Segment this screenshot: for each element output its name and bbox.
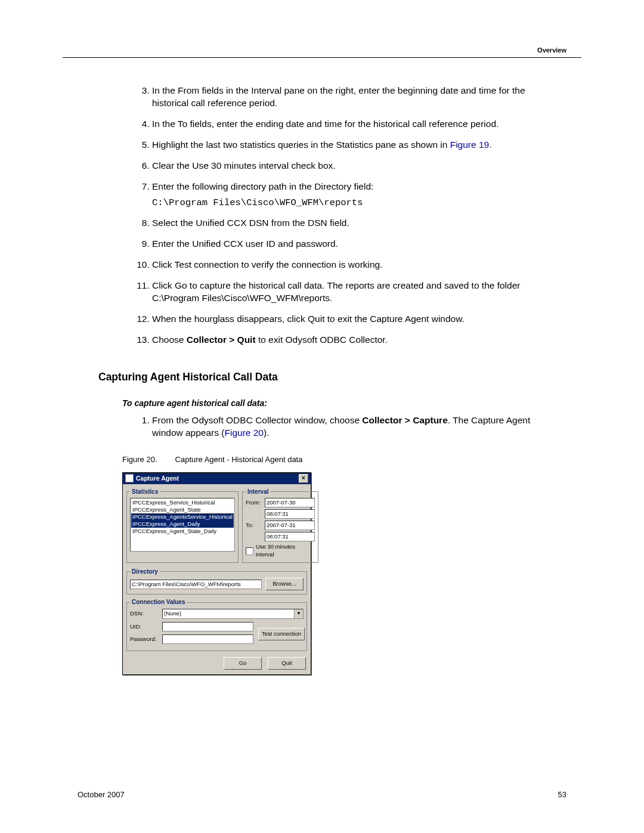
- close-icon[interactable]: ×: [299, 474, 308, 483]
- chevron-down-icon[interactable]: [294, 609, 303, 618]
- connection-values-group: Connection Values DSN: (None) UID:: [126, 598, 307, 651]
- steps-list-a: In the From fields in the Interval pane …: [122, 85, 561, 346]
- figure-caption: Figure 20.Capture Agent - Historical Age…: [122, 454, 561, 465]
- step-8: Select the Unified CCX DSN from the DSN …: [152, 217, 561, 230]
- footer-page-number: 53: [558, 789, 566, 800]
- list-item[interactable]: IPCCExpress_Agent_State: [131, 506, 234, 513]
- dsn-label: DSN:: [130, 610, 159, 618]
- step-5: Highlight the last two statistics querie…: [152, 139, 561, 151]
- steps-list-b: From the Odysoft ODBC Collector window, …: [122, 414, 561, 439]
- to-date-input[interactable]: 2007-07-31: [265, 521, 315, 530]
- figure-number: Figure 20.: [122, 455, 157, 464]
- step-text: Click Test connection to verify the conn…: [152, 259, 383, 270]
- step-text: In the To fields, enter the ending date …: [152, 119, 499, 129]
- step-text: Choose: [152, 335, 187, 345]
- statistics-list[interactable]: IPCCExpress_Service_Historical IPCCExpre…: [130, 498, 235, 552]
- step-9: Enter the Unified CCX user ID and passwo…: [152, 238, 561, 250]
- password-label: Password:: [130, 636, 159, 643]
- group-label-statistics: Statistics: [130, 488, 160, 496]
- figure-link[interactable]: Figure 20: [224, 428, 263, 438]
- from-date-input[interactable]: 2007-07-30: [265, 498, 315, 507]
- doc-section-header: Overview: [537, 46, 566, 55]
- step-text: From the Odysoft ODBC Collector window, …: [152, 415, 362, 425]
- step-b1: From the Odysoft ODBC Collector window, …: [152, 414, 561, 439]
- directory-group: Directory C:\Program Files\Cisco\WFO_WFM…: [126, 568, 307, 595]
- step-text: Select the Unified CCX DSN from the DSN …: [152, 218, 349, 228]
- step-text: In the From fields in the Interval pane …: [152, 85, 525, 108]
- step-text: Click Go to capture the historical call …: [152, 280, 520, 303]
- step-text: When the hourglass disappears, click Qui…: [152, 314, 465, 324]
- step-12: When the hourglass disappears, click Qui…: [152, 313, 561, 326]
- step-6: Clear the Use 30 minutes interval check …: [152, 160, 561, 172]
- step-text: Clear the Use 30 minutes interval check …: [152, 160, 336, 171]
- use-30min-checkbox[interactable]: [246, 547, 253, 555]
- capture-agent-window: Capture Agent × Statistics IPCCExpress_S…: [122, 472, 311, 675]
- window-icon: [125, 474, 134, 482]
- page-footer: October 2007 53: [78, 789, 566, 800]
- step-bold: Collector > Capture: [362, 415, 447, 425]
- step-text: Enter the following directory path in th…: [152, 181, 373, 191]
- statistics-group: Statistics IPCCExpress_Service_Historica…: [126, 488, 239, 563]
- step-11: Click Go to capture the historical call …: [152, 280, 561, 305]
- list-item[interactable]: IPCCExpress_Agent_Daily: [131, 521, 234, 528]
- step-7: Enter the following directory path in th…: [152, 181, 561, 209]
- figure-title: Capture Agent - Historical Agent data: [175, 455, 303, 464]
- uid-label: UID:: [130, 623, 159, 631]
- step-text: ).: [264, 428, 269, 438]
- figure-link[interactable]: Figure 19: [450, 140, 489, 150]
- go-button[interactable]: Go: [224, 657, 262, 670]
- section-heading: Capturing Agent Historical Call Data: [98, 370, 561, 385]
- to-label: To:: [246, 522, 262, 529]
- list-item[interactable]: IPCCExpress_Agent_State_Daily: [131, 528, 234, 535]
- uid-input[interactable]: [162, 622, 253, 631]
- from-time-input[interactable]: 08:07:31: [265, 509, 315, 519]
- procedure-subhead: To capture agent historical call data:: [122, 398, 561, 409]
- dsn-value: (None): [164, 610, 181, 618]
- step-3: In the From fields in the Interval pane …: [152, 85, 561, 110]
- titlebar[interactable]: Capture Agent ×: [123, 473, 311, 484]
- header-rule: [63, 57, 581, 58]
- list-item[interactable]: IPCCExpress_Service_Historical: [131, 499, 234, 506]
- interval-group: Interval From: 2007-07-30 08:07:31 To: 2…: [242, 488, 318, 563]
- code-path: C:\Program Files\Cisco\WFO_WFM\reports: [152, 197, 561, 209]
- dsn-select[interactable]: (None): [162, 609, 304, 619]
- group-label-directory: Directory: [130, 568, 160, 576]
- password-input[interactable]: [162, 634, 253, 644]
- browse-button[interactable]: Browse...: [265, 578, 304, 590]
- from-label: From:: [246, 499, 262, 507]
- step-4: In the To fields, enter the ending date …: [152, 118, 561, 131]
- footer-date: October 2007: [78, 789, 125, 800]
- group-label-connection: Connection Values: [130, 598, 187, 606]
- test-connection-button[interactable]: Test connection: [258, 628, 305, 640]
- to-time-input[interactable]: 08:07:31: [265, 532, 315, 541]
- quit-button[interactable]: Quit: [268, 657, 306, 670]
- group-label-interval: Interval: [246, 488, 271, 496]
- use-30min-label: Use 30 minutes interval: [256, 543, 315, 559]
- step-text: Highlight the last two statistics querie…: [152, 140, 450, 150]
- step-text: .: [489, 140, 491, 150]
- directory-input[interactable]: C:\Program Files\Cisco\WFO_WFM\reports: [130, 580, 262, 589]
- step-bold: Collector > Quit: [187, 335, 256, 345]
- step-text: Enter the Unified CCX user ID and passwo…: [152, 239, 338, 249]
- step-13: Choose Collector > Quit to exit Odysoft …: [152, 334, 561, 346]
- list-item[interactable]: IPCCExpress_AgentxService_Historical: [131, 513, 234, 521]
- step-text: to exit Odysoft ODBC Collector.: [256, 335, 388, 345]
- window-title: Capture Agent: [136, 474, 179, 482]
- step-10: Click Test connection to verify the conn…: [152, 259, 561, 271]
